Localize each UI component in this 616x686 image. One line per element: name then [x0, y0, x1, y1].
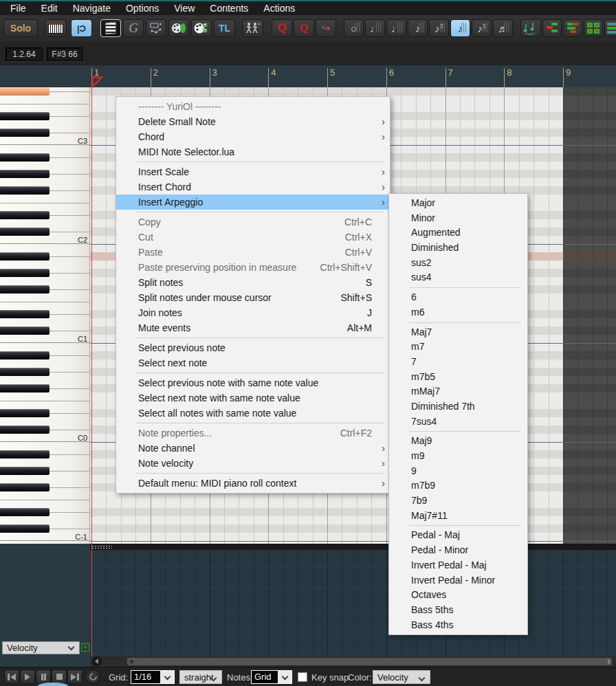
black-key[interactable]	[0, 467, 50, 475]
menu-item-m9[interactable]: m9	[389, 449, 527, 464]
horizontal-scrollbar[interactable]	[90, 656, 616, 667]
notes-combo[interactable]: Grid	[251, 670, 292, 684]
key-snap-checkbox[interactable]	[298, 672, 307, 682]
menu-item-6[interactable]: 6	[389, 290, 527, 305]
splitter-drag-handle[interactable]	[91, 545, 112, 549]
note-length-button-6[interactable]: ♪	[450, 19, 470, 37]
menu-item-invert-pedal-minor[interactable]: Invert Pedal - Minor	[389, 573, 527, 588]
piano-roll-view-button[interactable]	[100, 19, 121, 37]
black-key[interactable]	[0, 425, 50, 434]
notation-view-button[interactable]: G	[123, 19, 144, 37]
play-button[interactable]	[20, 670, 35, 684]
menu-item-copy[interactable]: CopyCtrl+C	[116, 214, 390, 230]
menu-item-split-notes[interactable]: Split notesS	[116, 275, 390, 290]
humanize-button[interactable]	[242, 19, 263, 37]
black-key[interactable]	[0, 269, 50, 277]
note-length-button-7[interactable]: ♪3	[472, 19, 492, 37]
piano-keyboard[interactable]: C3C2C1C0C-1	[0, 87, 90, 544]
menu-item-paste[interactable]: PasteCtrl+V	[116, 245, 390, 260]
menu-item-cut[interactable]: CutCtrl+X	[116, 230, 390, 245]
black-key[interactable]	[0, 368, 50, 376]
edit-cursor-flag[interactable]	[91, 76, 104, 88]
combo-arrow[interactable]	[160, 671, 174, 683]
menu-item-delete-small-note[interactable]: Delete Small Note›	[116, 114, 390, 129]
menu-item-pedal-minor[interactable]: Pedal - Minor	[389, 543, 527, 558]
note-length-button-1[interactable]: ○	[344, 19, 364, 37]
menu-item-m7[interactable]: m7	[389, 340, 527, 355]
scrollbar-track[interactable]	[127, 658, 612, 665]
color-options-button[interactable]	[191, 19, 212, 37]
menu-item-maj7-11[interactable]: Maj7#11	[389, 509, 527, 524]
black-key[interactable]	[0, 351, 50, 359]
black-key[interactable]	[0, 129, 50, 137]
event-list-button[interactable]	[146, 19, 166, 37]
menu-item-insert-chord[interactable]: Insert Chord›	[116, 179, 390, 195]
menu-item-m7b9[interactable]: m7b9	[389, 478, 527, 494]
lane-selector[interactable]: Velocity	[2, 641, 80, 654]
note-length-button-3[interactable]: ♩	[386, 19, 406, 37]
menu-item-octaves[interactable]: Octaves	[389, 588, 527, 603]
menu-item-diminished[interactable]: Diminished	[389, 241, 527, 256]
menu-item-m7b5[interactable]: m7b5	[389, 370, 527, 385]
menu-item-select-previous-note-with-same-note-value[interactable]: Select previous note with same note valu…	[116, 375, 390, 390]
menu-item-chord[interactable]: Chord›	[116, 129, 390, 144]
menu-item-minor[interactable]: Minor	[389, 211, 527, 226]
menu-item-sus2[interactable]: sus2	[389, 256, 527, 271]
solo-button[interactable]: Solo	[3, 19, 38, 37]
menu-item-midi-note-selector-lua[interactable]: MIDI Note Selector.lua	[116, 144, 390, 159]
menu-item-bass-4ths[interactable]: Bass 4ths	[389, 618, 527, 633]
menu-item-maj9[interactable]: Maj9	[389, 434, 527, 449]
black-key[interactable]	[0, 409, 50, 417]
menubar-item-navigate[interactable]: Navigate	[65, 1, 118, 15]
scroll-left-button[interactable]	[92, 656, 102, 666]
menu-item-m6[interactable]: m6	[389, 305, 527, 320]
highlighted-black-key[interactable]	[0, 87, 50, 96]
black-key[interactable]	[0, 186, 50, 195]
dock-button[interactable]: |Ɔ	[71, 19, 92, 37]
black-key[interactable]	[0, 228, 50, 236]
swing-combo[interactable]: straight	[179, 670, 222, 684]
menubar-item-edit[interactable]: Edit	[34, 1, 65, 15]
black-key[interactable]	[0, 450, 50, 458]
menu-item-insert-scale[interactable]: Insert Scale›	[116, 164, 390, 179]
menu-item-select-next-note-with-same-note-value[interactable]: Select next note with same note value	[116, 390, 390, 406]
menu-item-augmented[interactable]: Augmented	[389, 225, 527, 241]
menu-item-9[interactable]: 9	[389, 464, 527, 479]
black-key[interactable]	[0, 112, 50, 120]
repeat-button[interactable]	[85, 669, 100, 684]
legato-button[interactable]	[520, 19, 541, 37]
lane-splitter[interactable]	[90, 544, 616, 550]
grid-blocks-button[interactable]	[584, 19, 603, 37]
combo-arrow[interactable]	[278, 671, 292, 683]
menu-item-note-channel[interactable]: Note channel›	[116, 441, 390, 456]
menu-item-pedal-maj[interactable]: Pedal - Maj	[389, 528, 527, 543]
menu-item-insert-arpeggio[interactable]: Insert Arpeggio›	[116, 195, 390, 210]
stop-button[interactable]	[52, 670, 67, 684]
menu-item-diminished-7th[interactable]: Diminished 7th	[389, 399, 527, 414]
timeline-mode-button[interactable]: TL	[214, 19, 235, 37]
note-lengths-button[interactable]	[563, 19, 582, 37]
black-key[interactable]	[0, 211, 50, 219]
menu-item-invert-pedal-maj[interactable]: Invert Pedal - Maj	[389, 558, 527, 573]
menu-item-major[interactable]: Major	[389, 196, 527, 211]
note-length-button-4[interactable]: ♪	[408, 19, 428, 37]
go-to-start-button[interactable]	[4, 670, 19, 684]
menu-item-7b9[interactable]: 7b9	[389, 494, 527, 509]
menubar-item-options[interactable]: Options	[118, 1, 166, 15]
menubar-item-file[interactable]: File	[3, 1, 34, 15]
menubar-item-actions[interactable]: Actions	[256, 1, 302, 15]
color-combo[interactable]: Velocity	[373, 670, 430, 684]
grid-size-combo[interactable]: 1/16	[131, 670, 175, 684]
menu-item-select-all-notes-with-same-note-value[interactable]: Select all notes with same note value	[116, 406, 390, 421]
pause-button[interactable]	[36, 670, 51, 684]
note-length-button-8[interactable]: ♬	[493, 19, 513, 37]
black-key[interactable]	[0, 483, 50, 491]
menu-item-default-menu-midi-piano-roll-context[interactable]: Default menu: MIDI piano roll context›	[116, 476, 390, 491]
note-offsets-button[interactable]	[542, 19, 562, 37]
quantize-settings-button[interactable]: Q	[294, 19, 314, 37]
black-key[interactable]	[0, 384, 50, 392]
menubar-item-contents[interactable]: Contents	[202, 1, 256, 15]
black-key[interactable]	[0, 310, 50, 318]
menu-item-maj7[interactable]: Maj7	[389, 325, 527, 340]
menu-item-note-velocity[interactable]: Note velocity›	[116, 456, 390, 471]
